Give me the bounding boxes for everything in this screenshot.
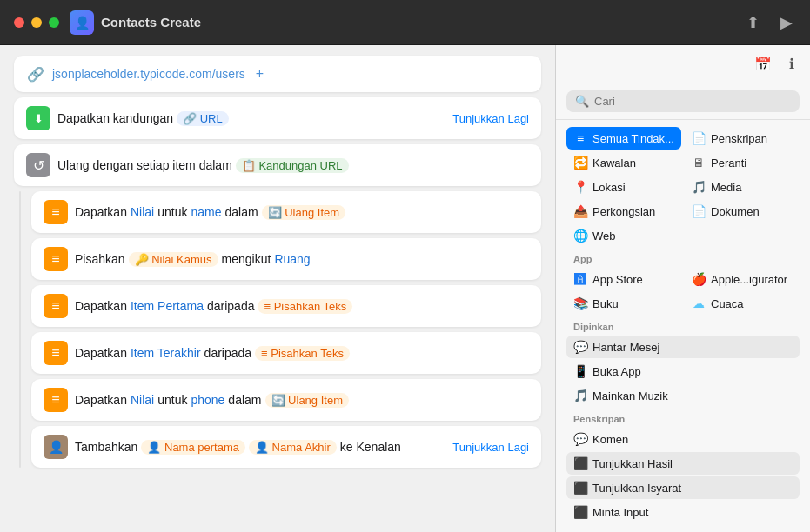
- url-token: 🔗 URL: [177, 111, 229, 126]
- cat-buka-app-label: Buka App: [592, 365, 641, 378]
- get-last-item-block[interactable]: ≡ Dapatkan Item Terakhir daripada ≡ Pisa…: [31, 332, 541, 374]
- ulang-item-token2: 🔄 Ulang Item: [265, 393, 349, 408]
- hantar-mesej-icon: 💬: [573, 340, 587, 354]
- cat-penskripan[interactable]: 📄 Penskripan: [685, 127, 800, 150]
- app-row-2: 📚 Buku ☁ Cuaca: [566, 292, 800, 315]
- add-contact-show-more[interactable]: Tunjukkan Lagi: [452, 441, 529, 454]
- app-section-label: App: [566, 249, 800, 266]
- cat-cuaca[interactable]: ☁ Cuaca: [685, 292, 800, 315]
- buka-app-icon: 📱: [573, 364, 587, 378]
- app-store-icon: 🅰: [573, 272, 587, 286]
- mainkan-muzik-icon: 🎵: [573, 389, 587, 402]
- get-value-phone-block[interactable]: ≡ Dapatkan Nilai untuk phone dalam 🔄 Ula…: [31, 379, 541, 421]
- split-text-text: Pisahkan 🔑 Nilai Kamus mengikut Ruang: [75, 252, 529, 267]
- cat-tunjukkan-isyarat-label: Tunjukkan Isyarat: [592, 482, 681, 495]
- get-value-name-block[interactable]: ≡ Dapatkan Nilai untuk name dalam 🔄 Ulan…: [31, 191, 541, 233]
- cat-buku[interactable]: 📚 Buku: [566, 292, 681, 315]
- cat-apple-configurator-label: Apple...igurator: [711, 273, 787, 286]
- close-button[interactable]: [14, 17, 24, 28]
- url-text: jsonplaceholder.typicode.com/users: [52, 67, 245, 81]
- add-contact-icon: 👤: [44, 435, 68, 459]
- cat-penskripan-label: Penskripan: [711, 132, 767, 145]
- share-button[interactable]: ⬆: [743, 10, 763, 36]
- cat-cuaca-label: Cuaca: [711, 297, 744, 310]
- cat-komen[interactable]: 💬 Komen: [566, 428, 800, 450]
- penskripan-icon: 📄: [692, 131, 706, 145]
- search-input[interactable]: [594, 95, 791, 108]
- cat-semua-tindakan[interactable]: ≡ Semua Tindak...: [566, 127, 681, 150]
- app-icon: 👤: [70, 10, 94, 35]
- cat-tunjukkan-isyarat[interactable]: ⬛ Tunjukkan Isyarat: [566, 476, 800, 499]
- url-add-button[interactable]: +: [256, 66, 264, 82]
- tunjukkan-hasil-icon: ⬛: [573, 456, 587, 470]
- get-first-item-block[interactable]: ≡ Dapatkan Item Pertama daripada ≡ Pisah…: [31, 285, 541, 327]
- cat-hantar-mesej[interactable]: 💬 Hantar Mesej: [566, 336, 800, 358]
- pisahkan-teks-token2: ≡ Pisahkan Teks: [255, 346, 350, 361]
- cat-buka-app[interactable]: 📱 Buka App: [566, 360, 800, 382]
- indented-group: ≡ Dapatkan Nilai untuk name dalam 🔄 Ulan…: [31, 191, 541, 468]
- cat-media-label: Media: [711, 181, 741, 194]
- window-title: Contacts Create: [101, 15, 743, 30]
- category-row-5: 🌐 Web: [566, 224, 800, 247]
- play-button[interactable]: ▶: [777, 10, 796, 36]
- cat-perkongsian[interactable]: 📤 Perkongsian: [566, 200, 681, 223]
- minimize-button[interactable]: [31, 17, 42, 28]
- add-contact-text: Tambahkan 👤 Nama pertama 👤 Nama Akhir ke…: [75, 440, 529, 455]
- cat-minta-input[interactable]: ⬛ Minta Input: [566, 501, 800, 523]
- cat-lokasi[interactable]: 📍 Lokasi: [566, 176, 681, 198]
- category-row-1: ≡ Semua Tindak... 📄 Penskripan: [566, 127, 800, 150]
- cat-dokumen-label: Dokumen: [711, 205, 760, 218]
- dokumen-icon: 📄: [692, 204, 706, 218]
- cat-buku-label: Buku: [592, 297, 619, 310]
- cat-web[interactable]: 🌐 Web: [566, 224, 800, 247]
- fullscreen-button[interactable]: [49, 17, 59, 28]
- cat-perkongsian-label: Perkongsian: [592, 205, 655, 218]
- cat-kawalan[interactable]: 🔁 Kawalan: [566, 151, 681, 174]
- get-value-name-icon: ≡: [44, 200, 68, 224]
- repeat-block[interactable]: ↺ Ulang dengan setiap item dalam 📋 Kandu…: [14, 144, 541, 186]
- url-bar[interactable]: 🔗 jsonplaceholder.typicode.com/users +: [14, 56, 541, 92]
- cat-app-store-label: App Store: [592, 273, 643, 286]
- titlebar: 👤 Contacts Create ⬆ ▶: [0, 0, 810, 45]
- minta-input-icon: ⬛: [573, 505, 587, 519]
- apple-configurator-icon: 🍎: [692, 272, 706, 286]
- cat-dokumen[interactable]: 📄 Dokumen: [685, 200, 800, 223]
- get-contents-show-more[interactable]: Tunjukkan Lagi: [452, 112, 529, 125]
- cat-apple-configurator[interactable]: 🍎 Apple...igurator: [685, 268, 800, 290]
- get-last-icon: ≡: [44, 341, 68, 365]
- right-toolbar: 📅 ℹ: [556, 45, 810, 83]
- dipinkan-section-label: Dipinkan: [566, 316, 800, 334]
- cat-peranti[interactable]: 🖥 Peranti: [685, 151, 800, 174]
- get-contents-block[interactable]: ⬇ Dapatkan kandungan 🔗 URL Tunjukkan Lag…: [14, 97, 541, 139]
- category-row-2: 🔁 Kawalan 🖥 Peranti: [566, 151, 800, 174]
- nama-pertama-token: 👤 Nama pertama: [141, 440, 245, 455]
- cat-media[interactable]: 🎵 Media: [685, 176, 800, 198]
- app-row-1: 🅰 App Store 🍎 Apple...igurator: [566, 268, 800, 290]
- cat-web-label: Web: [592, 229, 616, 243]
- search-wrapper[interactable]: 🔍: [566, 90, 800, 112]
- get-value-name-text: Dapatkan Nilai untuk name dalam 🔄 Ulang …: [75, 205, 529, 220]
- info-icon[interactable]: ℹ: [786, 54, 798, 74]
- add-contact-block[interactable]: 👤 Tambahkan 👤 Nama pertama 👤 Nama Akhir …: [31, 426, 541, 468]
- cat-app-store[interactable]: 🅰 App Store: [566, 268, 681, 290]
- split-text-block[interactable]: ≡ Pisahkan 🔑 Nilai Kamus mengikut Ruang: [31, 238, 541, 280]
- calendar-plus-icon[interactable]: 📅: [751, 54, 775, 74]
- titlebar-actions: ⬆ ▶: [743, 10, 796, 36]
- cat-mainkan-muzik[interactable]: 🎵 Mainkan Muzik: [566, 384, 800, 407]
- peranti-icon: 🖥: [692, 156, 706, 170]
- main-content: 🔗 jsonplaceholder.typicode.com/users + ⬇…: [0, 45, 810, 532]
- cat-semua-tindakan-label: Semua Tindak...: [592, 132, 674, 145]
- cat-tunjukkan-hasil[interactable]: ⬛ Tunjukkan Hasil: [566, 452, 800, 475]
- get-first-text: Dapatkan Item Pertama daripada ≡ Pisahka…: [75, 299, 529, 314]
- lokasi-icon: 📍: [573, 180, 587, 194]
- kawalan-icon: 🔁: [573, 156, 587, 170]
- right-panel: 📅 ℹ 🔍 ≡ Semua Tindak... 📄 Penskripan: [555, 45, 810, 532]
- cat-mainkan-muzik-label: Mainkan Muzik: [592, 389, 668, 402]
- cat-kawalan-label: Kawalan: [592, 156, 636, 170]
- perkongsian-icon: 📤: [573, 204, 587, 218]
- categories: ≡ Semua Tindak... 📄 Penskripan 🔁 Kawalan…: [556, 120, 810, 532]
- category-row-4: 📤 Perkongsian 📄 Dokumen: [566, 200, 800, 223]
- cat-kira[interactable]: Σ Kira: [566, 525, 800, 532]
- cat-tunjukkan-hasil-label: Tunjukkan Hasil: [592, 457, 673, 470]
- penskripan-section-label: Penskripan: [566, 409, 800, 426]
